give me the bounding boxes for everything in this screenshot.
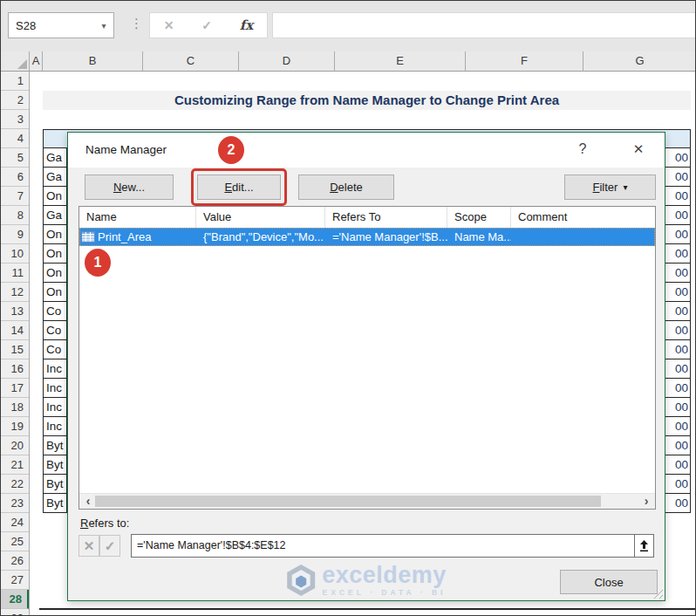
select-all-corner[interactable]: [1, 51, 30, 71]
row-header[interactable]: 12: [1, 283, 29, 302]
row-header[interactable]: 25: [1, 532, 29, 551]
sheet-cell-b[interactable]: Inc: [44, 417, 66, 436]
row-header[interactable]: 14: [1, 321, 29, 340]
sheet-cell-b[interactable]: On: [44, 283, 66, 302]
new-button[interactable]: New...: [85, 175, 174, 200]
sheet-cell-b[interactable]: On: [44, 264, 66, 283]
insert-function-icon[interactable]: fx: [240, 17, 253, 33]
column-header[interactable]: D: [239, 51, 335, 71]
row-header[interactable]: 15: [1, 340, 29, 359]
horizontal-scrollbar[interactable]: ‹ ›: [79, 493, 655, 509]
sheet-cell-b[interactable]: On: [44, 225, 66, 244]
sheet-cell-b[interactable]: Ga: [44, 206, 66, 225]
sheet-cell-b[interactable]: Co: [44, 302, 66, 321]
list-column-header[interactable]: Comment: [511, 207, 655, 228]
row-header[interactable]: 27: [1, 571, 29, 590]
row-header[interactable]: 20: [1, 436, 29, 455]
delete-button[interactable]: Delete: [298, 175, 394, 200]
list-column-header[interactable]: Value: [196, 207, 325, 228]
list-column-header[interactable]: Refers To: [325, 207, 447, 228]
name-box[interactable]: S28 ▾: [8, 12, 114, 38]
cancel-refers-button[interactable]: ✕: [78, 535, 99, 557]
row-header[interactable]: 1: [1, 72, 29, 91]
row-header[interactable]: 16: [1, 359, 29, 379]
sheet-cell-g[interactable]: 00: [665, 264, 690, 283]
sheet-cell-g[interactable]: 00: [665, 436, 690, 455]
sheet-cell-g[interactable]: 00: [665, 455, 690, 475]
sheet-cell-g[interactable]: 00: [665, 379, 690, 398]
sheet-cell-b[interactable]: Inc: [44, 359, 66, 379]
sheet-cell-g[interactable]: 00: [665, 359, 690, 379]
sheet-cell-g[interactable]: 00: [665, 283, 690, 302]
sheet-cell-g[interactable]: 00: [665, 225, 690, 244]
sheet-cell-b[interactable]: On: [44, 244, 66, 264]
sheet-cell-g[interactable]: 00: [665, 398, 690, 417]
row-header[interactable]: 11: [1, 264, 29, 283]
close-button[interactable]: Close: [560, 570, 658, 594]
row-header[interactable]: 17: [1, 379, 29, 398]
close-icon[interactable]: ✕: [630, 141, 647, 157]
row-header[interactable]: 8: [1, 206, 29, 225]
row-header[interactable]: 6: [1, 168, 29, 187]
row-header[interactable]: 18: [1, 398, 29, 417]
row-header[interactable]: 13: [1, 302, 29, 321]
sheet-cell-g[interactable]: 00: [665, 475, 690, 494]
row-header[interactable]: 21: [1, 455, 29, 475]
column-header[interactable]: F: [466, 51, 583, 71]
row-header[interactable]: 22: [1, 475, 29, 494]
sheet-cell-b[interactable]: Ga: [44, 168, 66, 187]
sheet-cell-g[interactable]: 00: [665, 206, 690, 225]
row-header[interactable]: 24: [1, 513, 29, 532]
filter-button[interactable]: Filter▾: [564, 175, 656, 200]
sheet-cell-b[interactable]: Inc: [44, 379, 66, 398]
column-header[interactable]: B: [43, 51, 143, 71]
sheet-cell-g[interactable]: 00: [665, 321, 690, 340]
sheet-cell-g[interactable]: 00: [665, 494, 690, 513]
refers-to-input[interactable]: ='Name Manager'!$B$4:$E$12: [132, 535, 634, 557]
sheet-cell-g[interactable]: 00: [665, 340, 690, 359]
sheet-cell-g[interactable]: 00: [665, 302, 690, 321]
cancel-entry-icon[interactable]: ✕: [164, 18, 174, 32]
row-header[interactable]: 5: [1, 148, 29, 168]
sheet-cell-b[interactable]: Byt: [44, 494, 66, 513]
row-header[interactable]: 29: [1, 609, 29, 616]
scrollbar-thumb[interactable]: [95, 496, 601, 507]
sheet-cell-b[interactable]: Co: [44, 340, 66, 359]
sheet-cell-b[interactable]: Ga: [44, 148, 66, 168]
list-column-header[interactable]: Scope: [447, 207, 511, 228]
row-header[interactable]: 10: [1, 244, 29, 264]
sheet-cell-g[interactable]: 00: [665, 187, 690, 206]
sheet-cell-b[interactable]: Inc: [44, 398, 66, 417]
scroll-left-icon[interactable]: ‹: [81, 494, 95, 509]
row-header[interactable]: 26: [1, 551, 29, 571]
row-header[interactable]: 19: [1, 417, 29, 436]
sheet-cell-g[interactable]: 00: [665, 244, 690, 264]
row-header[interactable]: 2: [1, 91, 29, 110]
row-header[interactable]: 4: [1, 129, 29, 148]
sheet-cell-b[interactable]: Byt: [44, 475, 66, 494]
confirm-entry-icon[interactable]: ✓: [201, 18, 212, 32]
column-header[interactable]: E: [335, 51, 466, 71]
sheet-cell-g[interactable]: 00: [665, 417, 690, 436]
row-header[interactable]: 23: [1, 494, 29, 513]
list-column-header[interactable]: Name: [79, 207, 196, 228]
row-header[interactable]: 7: [1, 187, 29, 206]
row-header[interactable]: 28: [1, 590, 29, 609]
sheet-cell-b[interactable]: Byt: [44, 436, 66, 455]
scroll-right-icon[interactable]: ›: [639, 494, 653, 509]
edit-button[interactable]: Edit...: [197, 175, 281, 200]
column-header[interactable]: C: [143, 51, 239, 71]
sheet-cell-g[interactable]: 00: [665, 168, 690, 187]
column-header[interactable]: A: [30, 51, 43, 71]
row-header[interactable]: 9: [1, 225, 29, 244]
dialog-titlebar[interactable]: Name Manager ? ✕: [68, 133, 665, 168]
confirm-refers-button[interactable]: ✓: [99, 535, 120, 557]
help-button[interactable]: ?: [574, 141, 591, 157]
sheet-cell-b[interactable]: Co: [44, 321, 66, 340]
formula-input[interactable]: [272, 12, 696, 38]
name-box-dropdown-icon[interactable]: ▾: [94, 21, 113, 31]
column-header[interactable]: G: [583, 51, 696, 71]
sheet-cell-b[interactable]: On: [44, 187, 66, 206]
name-row-print-area[interactable]: Print_Area {"Brand","Device","Mo... ='Na…: [79, 228, 655, 246]
sheet-cell-b[interactable]: Byt: [44, 455, 66, 475]
